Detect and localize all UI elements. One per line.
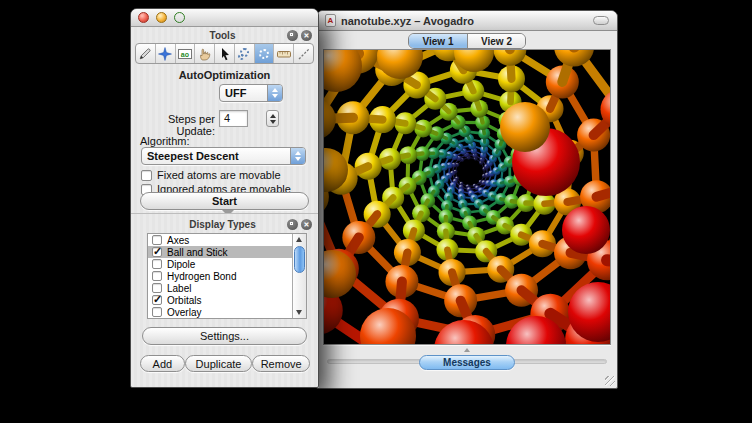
auto-optimize-tool-button[interactable] <box>254 44 274 63</box>
checkbox[interactable] <box>152 259 162 269</box>
selection-tool-button[interactable] <box>214 44 234 63</box>
hand-icon <box>198 47 212 61</box>
add-button[interactable]: Add <box>140 355 185 372</box>
remove-button[interactable]: Remove <box>252 355 310 372</box>
navigate-tool-button[interactable] <box>155 44 175 63</box>
draw-tool-button[interactable] <box>136 44 155 63</box>
checkbox[interactable] <box>152 283 162 293</box>
display-type-actions: Add Duplicate Remove <box>140 355 310 372</box>
checkbox[interactable] <box>152 271 162 281</box>
steps-spinner[interactable] <box>266 110 279 127</box>
tab-view-2[interactable]: View 2 <box>467 34 525 48</box>
gear-icon <box>259 49 269 59</box>
nanotube-render <box>324 50 611 345</box>
display-types-dock-header: Display Types ✕ <box>131 217 318 231</box>
messages-button[interactable]: Messages <box>419 355 515 370</box>
minimize-traffic-light[interactable] <box>156 12 167 23</box>
checkbox[interactable] <box>152 235 162 245</box>
tools-toolbar: ao <box>135 43 314 64</box>
resize-grip[interactable] <box>605 376 615 386</box>
checkbox[interactable] <box>152 295 162 305</box>
desktop: A nanotube.xyz – Avogadro View 1 View 2 … <box>0 0 752 423</box>
tools-dock-header: Tools ✕ <box>131 28 318 42</box>
view-tabs: View 1 View 2 <box>408 33 526 49</box>
autooptimization-title: AutoOptimization <box>131 69 318 81</box>
avogadro-main-window: A nanotube.xyz – Avogadro View 1 View 2 … <box>316 10 618 389</box>
toolbar-toggle-button[interactable] <box>593 16 609 25</box>
list-item-axes[interactable]: Axes <box>148 234 306 246</box>
zoom-traffic-light[interactable] <box>174 12 185 23</box>
list-item-ball-and-stick[interactable]: Ball and Stick <box>148 246 306 258</box>
ruler-icon <box>277 47 291 61</box>
list-item-orbitals[interactable]: Orbitals <box>148 294 306 306</box>
algorithm-popup[interactable]: Steepest Descent <box>141 147 306 165</box>
display-types-title: Display Types <box>137 219 284 230</box>
document-icon: A <box>325 14 336 27</box>
popup-arrows-icon <box>267 85 282 101</box>
panel-splitter[interactable] <box>131 213 318 214</box>
close-panel-icon[interactable]: ✕ <box>301 219 312 230</box>
start-button[interactable]: Start <box>140 192 309 210</box>
force-field-popup[interactable]: UFF <box>219 84 283 102</box>
fixed-atoms-checkbox[interactable] <box>141 170 152 181</box>
float-panel-icon[interactable] <box>287 219 298 230</box>
measure-tool-button[interactable] <box>273 44 293 63</box>
scroll-down-icon[interactable] <box>296 310 302 315</box>
manipulate-tool-button[interactable] <box>194 44 214 63</box>
cursor-icon <box>218 47 232 61</box>
display-types-list: Axes Ball and Stick Dipole Hydrogen Bond… <box>147 233 307 319</box>
scroll-up-icon[interactable] <box>296 237 302 242</box>
tools-dock-title: Tools <box>137 30 284 41</box>
popup-arrows-icon <box>290 148 305 164</box>
auto-rotate-tool-button[interactable] <box>234 44 254 63</box>
algorithm-label: Algorithm: <box>140 135 190 147</box>
checkbox[interactable] <box>152 247 162 257</box>
steps-per-update-label: Steps per Update: <box>131 113 215 137</box>
palette-titlebar[interactable] <box>131 9 318 27</box>
list-item-label[interactable]: Label <box>148 282 306 294</box>
double-gear-icon <box>240 48 249 60</box>
window-title: nanotube.xyz – Avogadro <box>341 15 474 27</box>
float-panel-icon[interactable] <box>287 30 298 41</box>
list-item-hydrogen-bond[interactable]: Hydrogen Bond <box>148 270 306 282</box>
main-titlebar[interactable]: A nanotube.xyz – Avogadro <box>317 11 617 31</box>
bond-order-icon: ao <box>178 49 192 59</box>
align-axis-icon <box>297 47 311 61</box>
steps-per-update-field[interactable]: 4 <box>219 110 248 127</box>
duplicate-button[interactable]: Duplicate <box>185 355 253 372</box>
fixed-atoms-label: Fixed atoms are movable <box>157 169 281 181</box>
close-traffic-light[interactable] <box>138 12 149 23</box>
list-item-overlay[interactable]: Overlay <box>148 306 306 318</box>
align-tool-button[interactable] <box>293 44 313 63</box>
checkbox[interactable] <box>152 307 162 317</box>
view-tab-row: View 1 View 2 <box>317 31 617 49</box>
scrollbar-thumb[interactable] <box>294 246 305 273</box>
settings-button[interactable]: Settings... <box>142 327 307 345</box>
collapse-handle-icon[interactable] <box>463 348 471 353</box>
list-item-dipole[interactable]: Dipole <box>148 258 306 270</box>
tools-palette-window: Tools ✕ ao <box>130 8 319 388</box>
list-scrollbar[interactable] <box>292 234 306 318</box>
navigate-star-icon <box>158 47 172 61</box>
pencil-icon <box>138 47 152 61</box>
gl-viewport-nanotube[interactable] <box>323 49 611 345</box>
bond-centric-tool-button[interactable]: ao <box>175 44 195 63</box>
tab-view-1[interactable]: View 1 <box>409 34 467 48</box>
close-panel-icon[interactable]: ✕ <box>301 30 312 41</box>
